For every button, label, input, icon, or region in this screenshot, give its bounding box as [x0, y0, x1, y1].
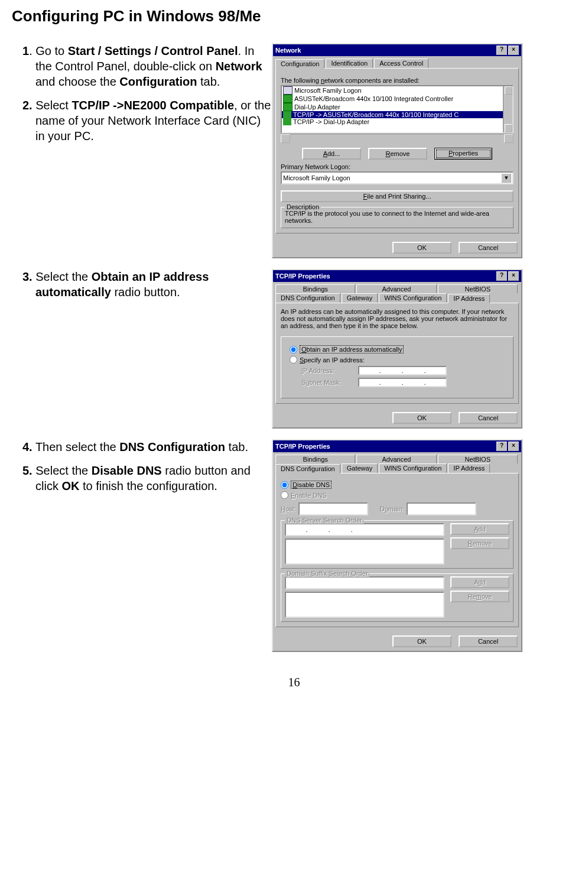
instructions-4-5: 4. Then select the DNS Configuration tab… — [12, 439, 272, 502]
file-print-sharing-button[interactable]: File and Print Sharing... — [281, 190, 514, 202]
list-item[interactable]: Dial-Up Adapter — [294, 103, 340, 111]
list-item[interactable]: TCP/IP -> ASUSTeK/Broadcom 440x 10/100 I… — [293, 111, 459, 118]
cancel-button[interactable]: Cancel — [459, 635, 518, 647]
radio-input[interactable] — [290, 346, 297, 353]
help-button[interactable]: ? — [496, 46, 507, 55]
protocol-icon — [283, 118, 291, 125]
instructions-3: 3. Select the Obtain an IP address autom… — [12, 269, 272, 308]
remove-button[interactable]: Remove — [368, 148, 427, 160]
radio-enable-dns[interactable]: Enable DNS — [281, 491, 514, 499]
network-dialog: Network ? × Configuration Identification… — [272, 43, 522, 258]
tab-dns-configuration[interactable]: DNS Configuration — [275, 293, 340, 303]
row-step-4-5: 4. Then select the DNS Configuration tab… — [12, 439, 576, 652]
primary-logon-label: Primary Network Logon: — [281, 163, 514, 170]
domain-order-legend: Domain Suffix Search Order — [285, 570, 369, 577]
primary-logon-combo[interactable]: Microsoft Family Logon ▾ — [281, 171, 514, 184]
tab-gateway[interactable]: Gateway — [342, 463, 378, 473]
instructions-1-2: 1. Go to Start / Settings / Control Pane… — [12, 43, 272, 152]
step-5-num: 5. — [22, 464, 33, 477]
step-2-num: 2. — [22, 99, 33, 112]
dialog-title: TCP/IP Properties — [275, 273, 330, 280]
page-number: 16 — [12, 676, 576, 689]
domain-remove-button[interactable]: Remove — [450, 591, 509, 602]
subnet-mask-label: Subnet Mask: — [301, 379, 355, 386]
add-button[interactable]: Add... — [302, 148, 361, 160]
adapter-icon — [283, 103, 293, 111]
tab-strip: Configuration Identification Access Cont… — [273, 56, 521, 68]
list-item[interactable]: Microsoft Family Logon — [294, 87, 362, 94]
tab-configuration[interactable]: Configuration — [275, 59, 324, 69]
description-group: Description TCP/IP is the protocol you u… — [281, 207, 514, 228]
dns-remove-button[interactable]: Remove — [450, 537, 509, 549]
adapter-icon — [283, 95, 293, 103]
domain-add-button[interactable]: Add — [450, 576, 509, 588]
radio-input[interactable] — [290, 356, 297, 364]
row-step-3: 3. Select the Obtain an IP address autom… — [12, 269, 576, 429]
tab-gateway[interactable]: Gateway — [342, 293, 378, 303]
help-button[interactable]: ? — [496, 442, 507, 451]
close-button[interactable]: × — [508, 442, 519, 451]
scrollbar-vertical[interactable] — [503, 86, 512, 132]
domain-field[interactable] — [407, 502, 476, 515]
ok-button[interactable]: OK — [392, 412, 451, 424]
tcpip-dns-dialog: TCP/IP Properties ? × Bindings Advanced … — [272, 439, 522, 652]
radio-input[interactable] — [281, 481, 288, 489]
ip-desc-text: An IP address can be automatically assig… — [281, 308, 514, 329]
cancel-button[interactable]: Cancel — [459, 412, 518, 424]
client-icon — [283, 86, 293, 95]
domain-suffix-field[interactable] — [285, 576, 444, 589]
list-item[interactable]: TCP/IP -> Dial-Up Adapter — [293, 118, 369, 125]
page-title: Configuring PC in Windows 98/Me — [12, 7, 576, 25]
host-field[interactable] — [298, 502, 368, 515]
ok-button[interactable]: OK — [392, 242, 451, 254]
tab-netbios[interactable]: NetBIOS — [438, 284, 518, 293]
list-item[interactable]: ASUSTeK/Broadcom 440x 10/100 Integrated … — [294, 95, 453, 102]
dns-order-legend: DNS Server Search Order — [285, 517, 364, 524]
tab-ip-address[interactable]: IP Address — [448, 463, 490, 473]
radio-specify-ip[interactable]: Specify an IP address: — [290, 356, 505, 364]
close-button[interactable]: × — [508, 46, 519, 55]
subnet-mask-field[interactable]: ... — [358, 378, 447, 387]
tab-advanced[interactable]: Advanced — [356, 455, 436, 463]
step-3-num: 3. — [22, 270, 33, 283]
tab-bindings[interactable]: Bindings — [275, 455, 355, 463]
radio-obtain-auto[interactable]: Obtain an IP address automatically — [290, 345, 505, 353]
ok-button[interactable]: OK — [392, 635, 451, 647]
row-step-1-2: 1. Go to Start / Settings / Control Pane… — [12, 43, 576, 258]
ip-address-field[interactable]: ... — [358, 366, 447, 375]
scrollbar-horizontal[interactable] — [281, 134, 514, 143]
tab-dns-configuration[interactable]: DNS Configuration — [275, 464, 340, 473]
host-label: Host: — [281, 505, 296, 513]
help-button[interactable]: ? — [496, 271, 507, 281]
dialog-title-bar: Network ? × — [273, 44, 521, 56]
radio-disable-dns[interactable]: Disable DNS — [281, 481, 514, 489]
close-button[interactable]: × — [508, 271, 519, 281]
protocol-icon — [283, 111, 291, 118]
dialog-title: TCP/IP Properties — [275, 443, 330, 450]
domain-suffix-list[interactable] — [285, 592, 444, 618]
dns-add-button[interactable]: Add — [450, 523, 509, 535]
components-listbox[interactable]: Microsoft Family Logon ASUSTeK/Broadcom … — [281, 85, 514, 134]
tab-ip-address[interactable]: IP Address — [448, 294, 490, 303]
tab-netbios[interactable]: NetBIOS — [438, 455, 518, 463]
dns-ip-field[interactable]: ... — [285, 523, 444, 536]
tcpip-ip-dialog: TCP/IP Properties ? × Bindings Advanced … — [272, 269, 522, 429]
tab-wins-configuration[interactable]: WINS Configuration — [379, 463, 447, 473]
dns-list[interactable] — [285, 539, 444, 565]
tab-bindings[interactable]: Bindings — [275, 284, 355, 293]
step-4-num: 4. — [22, 440, 33, 453]
primary-logon-value: Microsoft Family Logon — [283, 174, 350, 181]
dialog-title: Network — [275, 47, 301, 54]
ip-address-label: IP Address: — [301, 367, 355, 374]
tab-wins-configuration[interactable]: WINS Configuration — [379, 293, 447, 303]
description-legend: Description — [285, 203, 321, 210]
tab-access-control[interactable]: Access Control — [374, 59, 428, 68]
chevron-down-icon[interactable]: ▾ — [501, 173, 511, 183]
tab-identification[interactable]: Identification — [326, 59, 373, 68]
cancel-button[interactable]: Cancel — [459, 242, 518, 254]
properties-button[interactable]: Properties — [434, 148, 492, 160]
installed-components-label: The following network components are ins… — [281, 77, 514, 84]
domain-label: Domain: — [380, 505, 404, 513]
radio-input[interactable] — [281, 491, 288, 499]
tab-advanced[interactable]: Advanced — [356, 284, 436, 293]
